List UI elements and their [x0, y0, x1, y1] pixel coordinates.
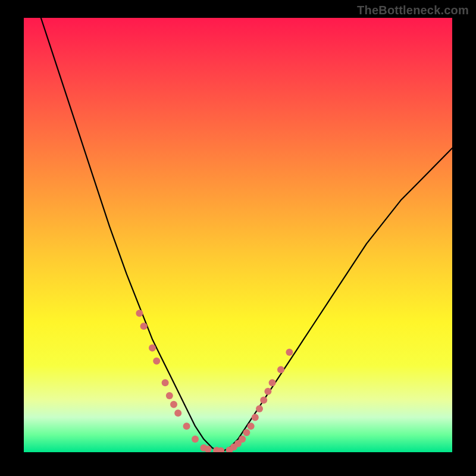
left-curve [41, 18, 221, 452]
data-point [149, 345, 156, 352]
data-point [248, 422, 255, 430]
data-point [136, 309, 143, 317]
data-point [277, 366, 284, 373]
plot-area [24, 18, 452, 452]
data-point [183, 422, 190, 430]
dots-group [136, 309, 293, 452]
data-point [252, 414, 259, 421]
data-point [162, 379, 169, 386]
curve-group [41, 18, 452, 452]
data-point [174, 409, 181, 416]
data-point [153, 358, 160, 365]
right-curve [221, 148, 452, 452]
plot-svg [24, 18, 452, 452]
data-point [239, 436, 246, 443]
data-point [264, 388, 271, 395]
watermark-text: TheBottleneck.com [357, 4, 469, 17]
data-point [269, 379, 276, 386]
data-point [260, 396, 267, 403]
data-point [192, 436, 199, 443]
data-point [256, 405, 263, 412]
data-point [286, 349, 293, 356]
data-point [166, 392, 173, 399]
data-point [170, 401, 177, 408]
data-point [243, 429, 250, 436]
chart-frame: TheBottleneck.com [0, 0, 476, 476]
data-point [140, 322, 148, 330]
